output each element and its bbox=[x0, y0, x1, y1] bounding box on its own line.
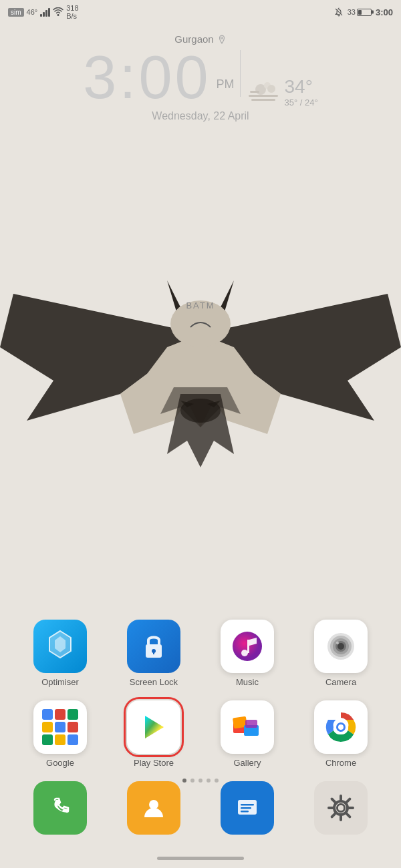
clock-row: 3:00 PM 34° 35° / 24° bbox=[83, 47, 317, 107]
svg-rect-3 bbox=[249, 95, 278, 97]
dock-messages[interactable] bbox=[211, 781, 284, 835]
speed-text: 318B/s bbox=[66, 4, 78, 20]
dock-phone[interactable] bbox=[23, 781, 97, 835]
status-bar: sim 46° 318B/s 33 bbox=[0, 0, 401, 24]
contacts-dock-icon bbox=[127, 781, 180, 835]
svg-line-46 bbox=[332, 814, 335, 817]
app-music[interactable]: Music bbox=[211, 620, 284, 687]
notification-off-icon bbox=[334, 7, 344, 17]
gallery-icon bbox=[221, 700, 274, 754]
screenlock-icon bbox=[127, 620, 180, 673]
app-chrome[interactable]: Chrome bbox=[304, 700, 378, 768]
weather-temp: 34° bbox=[285, 76, 318, 97]
svg-point-7 bbox=[267, 85, 275, 93]
battery-icon bbox=[357, 9, 372, 16]
clock-area: Gurgaon 3:00 PM 34° 35° / 24° bbox=[0, 33, 401, 122]
svg-line-43 bbox=[332, 799, 335, 802]
phone-dock-icon bbox=[33, 781, 87, 835]
batman-wallpaper: BATM bbox=[0, 214, 401, 481]
home-indicator[interactable] bbox=[157, 857, 244, 860]
svg-point-21 bbox=[338, 643, 344, 650]
music-icon bbox=[221, 620, 274, 673]
chrome-label: Chrome bbox=[325, 758, 356, 768]
playstore-icon bbox=[127, 700, 180, 754]
location-icon bbox=[217, 35, 227, 44]
time-display: 3:00 bbox=[376, 7, 393, 17]
app-row-1: Optimiser Screen Lock bbox=[13, 620, 388, 687]
app-google[interactable]: Google bbox=[23, 700, 97, 768]
music-label: Music bbox=[236, 677, 259, 687]
location-text: Gurgaon bbox=[174, 33, 213, 45]
chrome-icon bbox=[314, 700, 368, 754]
google-label: Google bbox=[46, 758, 74, 768]
svg-rect-16 bbox=[247, 640, 249, 653]
network-type: 46° bbox=[27, 8, 38, 16]
svg-point-22 bbox=[336, 642, 339, 644]
status-right: 33 3:00 bbox=[334, 7, 393, 17]
app-playstore[interactable]: Play Store bbox=[117, 700, 190, 768]
app-camera[interactable]: Camera bbox=[304, 620, 378, 687]
settings-dock-icon bbox=[314, 781, 368, 835]
svg-point-48 bbox=[338, 805, 344, 811]
svg-point-31 bbox=[338, 724, 344, 730]
svg-rect-12 bbox=[153, 652, 154, 654]
clock-time-display: 3:00 bbox=[83, 47, 211, 107]
dock-settings[interactable] bbox=[304, 781, 378, 835]
svg-line-44 bbox=[347, 814, 350, 817]
status-left: sim 46° 318B/s bbox=[8, 4, 79, 20]
weather-icon bbox=[246, 79, 281, 105]
svg-rect-4 bbox=[251, 99, 275, 101]
dock bbox=[0, 781, 401, 835]
app-gallery[interactable]: Gallery bbox=[211, 700, 284, 768]
svg-point-1 bbox=[221, 37, 223, 39]
svg-rect-35 bbox=[241, 807, 251, 809]
camera-label: Camera bbox=[325, 677, 356, 687]
location-row: Gurgaon bbox=[174, 33, 226, 45]
battery-level: 33 bbox=[348, 8, 356, 16]
playstore-label: Play Store bbox=[134, 758, 174, 768]
weather-row: 34° 35° / 24° bbox=[246, 76, 318, 107]
camera-icon bbox=[314, 620, 368, 673]
svg-rect-5 bbox=[250, 91, 259, 93]
clock-period: PM bbox=[217, 77, 235, 91]
svg-point-0 bbox=[57, 14, 59, 16]
svg-rect-34 bbox=[241, 804, 254, 806]
app-screenlock[interactable]: Screen Lock bbox=[117, 620, 190, 687]
battery-area: 33 bbox=[348, 8, 372, 16]
messages-dock-icon bbox=[221, 781, 274, 835]
google-icon bbox=[33, 700, 87, 754]
svg-rect-27 bbox=[245, 720, 257, 728]
gallery-label: Gallery bbox=[233, 758, 261, 768]
svg-line-45 bbox=[347, 799, 350, 802]
dock-contacts[interactable] bbox=[117, 781, 190, 835]
carrier-text: sim bbox=[8, 8, 24, 17]
svg-rect-36 bbox=[241, 811, 249, 813]
svg-marker-23 bbox=[145, 716, 164, 738]
optimiser-label: Optimiser bbox=[41, 677, 79, 687]
app-row-2: Google Play Store bbox=[13, 700, 388, 768]
optimiser-icon bbox=[33, 620, 87, 673]
app-grid: Optimiser Screen Lock bbox=[0, 620, 401, 781]
app-optimiser[interactable]: Optimiser bbox=[23, 620, 97, 687]
date-display: Wednesday, 22 April bbox=[152, 110, 249, 122]
weather-range: 35° / 24° bbox=[285, 97, 318, 107]
svg-point-15 bbox=[241, 650, 248, 656]
screenlock-label: Screen Lock bbox=[130, 677, 178, 687]
wifi-icon bbox=[53, 7, 63, 17]
signal-bars bbox=[40, 7, 50, 17]
svg-point-32 bbox=[149, 800, 158, 809]
